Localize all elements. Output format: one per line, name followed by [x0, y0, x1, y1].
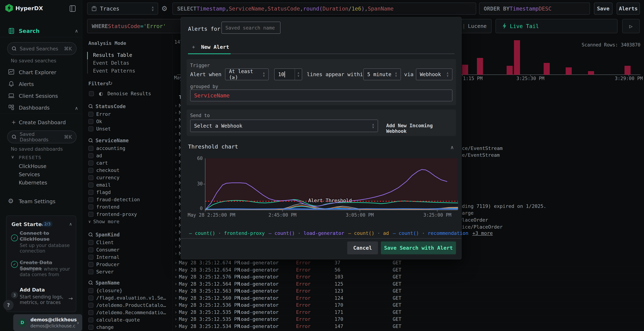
checkbox[interactable] — [88, 153, 94, 158]
row-expand-chevron-icon[interactable]: › — [174, 316, 177, 323]
checkbox[interactable] — [88, 303, 94, 308]
help-button[interactable]: ? — [3, 300, 14, 310]
sidebar-item-search[interactable]: Search — [19, 28, 40, 34]
checkbox[interactable] — [88, 197, 94, 202]
search-collapse-chevron-icon[interactable]: ∧ — [75, 28, 78, 34]
table-row[interactable]: ›May 28 3:25:12.674 PMload-generatorErro… — [172, 259, 644, 266]
checkbox[interactable] — [88, 182, 94, 187]
checkbox[interactable] — [88, 255, 94, 260]
language-lucene[interactable]: Lucene — [468, 23, 487, 29]
filter-option[interactable]: Internal — [88, 253, 172, 261]
save-search-with-alert-button[interactable]: Save Search with Alert — [381, 242, 456, 254]
checkbox[interactable] — [88, 288, 94, 293]
row-expand-chevron-icon[interactable]: › — [174, 194, 177, 201]
row-expand-chevron-icon[interactable]: › — [174, 173, 177, 180]
sidebar-item-alerts[interactable]: Alerts — [19, 81, 34, 87]
checkbox[interactable] — [88, 190, 94, 195]
row-expand-chevron-icon[interactable]: › — [174, 243, 177, 250]
checkbox[interactable] — [88, 240, 94, 245]
row-expand-chevron-icon[interactable]: › — [174, 137, 177, 144]
cancel-button[interactable]: Cancel — [347, 242, 378, 254]
row-expand-chevron-icon[interactable]: › — [174, 159, 177, 165]
row-expand-chevron-icon[interactable]: › — [174, 215, 177, 222]
table-row[interactable]: ›May 28 3:25:12.535 PMload-generatorErro… — [172, 316, 644, 323]
filter-option[interactable]: flagd — [88, 189, 172, 196]
step-title[interactable]: Add Data — [20, 287, 66, 293]
legend-more-button[interactable]: +3 more — [472, 230, 493, 236]
arrow-right-icon[interactable]: → — [68, 295, 73, 302]
filter-option[interactable]: ad — [88, 152, 172, 159]
row-expand-chevron-icon[interactable]: › — [174, 295, 177, 302]
filter-option[interactable]: Server — [88, 268, 172, 275]
row-expand-chevron-icon[interactable]: › — [174, 259, 177, 266]
row-expand-chevron-icon[interactable]: › — [174, 250, 177, 257]
checkbox[interactable] — [88, 247, 94, 252]
checkbox[interactable] — [88, 160, 94, 165]
filter-option[interactable]: frontend — [88, 203, 172, 211]
checkbox[interactable] — [88, 112, 94, 117]
number-spinner[interactable]: ∧∨ — [295, 69, 302, 80]
filter-option[interactable]: fraud-detection — [88, 196, 172, 203]
mode-event-patterns[interactable]: Event Patterns — [93, 68, 135, 74]
get-started-collapse-icon[interactable]: ∧ — [69, 222, 72, 227]
denoise-row[interactable]: ◐ Denoise Results — [89, 91, 151, 96]
row-expand-chevron-icon[interactable]: › — [174, 309, 177, 316]
row-expand-chevron-icon[interactable]: › — [174, 102, 177, 109]
filter-option[interactable]: change — [88, 324, 172, 331]
channel-select[interactable]: Webhook ∧∨ — [416, 68, 452, 80]
row-expand-chevron-icon[interactable]: › — [174, 287, 177, 295]
row-expand-chevron-icon[interactable]: › — [174, 144, 177, 151]
row-expand-chevron-icon[interactable]: › — [174, 281, 177, 288]
legend-item[interactable]: — count() · load-generator — [269, 230, 344, 236]
filter-option[interactable]: Consumer — [88, 246, 172, 253]
checkbox[interactable] — [88, 146, 94, 151]
sidebar-collapse-icon[interactable] — [70, 5, 76, 12]
source-select[interactable]: Traces ∧∨ — [87, 2, 158, 15]
filter-option[interactable]: checkout — [88, 167, 172, 174]
refresh-icon[interactable]: ↻ — [108, 80, 112, 86]
presets-label[interactable]: PRESETS — [19, 155, 42, 160]
saved-dashboards-input[interactable]: Saved Dashboards ⌘K — [7, 130, 76, 143]
row-expand-chevron-icon[interactable]: › — [174, 166, 177, 173]
checkbox[interactable] — [88, 310, 94, 315]
checkbox[interactable] — [88, 318, 94, 323]
row-expand-chevron-icon[interactable]: › — [174, 222, 177, 229]
row-expand-chevron-icon[interactable]: › — [174, 187, 177, 194]
checkbox[interactable] — [88, 325, 94, 330]
presets-chevron-icon[interactable]: ∨ — [11, 154, 14, 159]
preset-link-clickhouse[interactable]: ClickHouse — [19, 163, 46, 169]
filter-option[interactable]: email — [88, 181, 172, 189]
filter-option[interactable]: frontend-proxy — [88, 211, 172, 218]
save-button[interactable]: Save — [594, 2, 612, 15]
row-expand-chevron-icon[interactable]: › — [174, 266, 177, 274]
alerts-button[interactable]: Alerts — [617, 2, 640, 15]
table-row[interactable]: ›May 28 3:25:12.654 PMload-generatorErro… — [172, 266, 644, 274]
sql-select-input[interactable]: SELECT Timestamp,ServiceName,StatusCode,… — [172, 2, 476, 15]
mode-event-deltas[interactable]: Event Deltas — [93, 60, 129, 66]
tab-new-alert[interactable]: + New Alert — [192, 44, 229, 50]
legend-item[interactable]: — count() · recommendation — [393, 230, 468, 236]
row-expand-chevron-icon[interactable]: › — [174, 152, 177, 159]
filter-option[interactable]: /oteldemo.Recommendatio… — [88, 309, 172, 316]
legend-item[interactable]: — count() · ad — [348, 230, 389, 236]
create-dashboard-button[interactable]: Create Dashboard — [19, 119, 66, 125]
row-expand-chevron-icon[interactable]: › — [174, 180, 177, 187]
user-menu[interactable]: D demos@clickhouse.com demos@clickhouse.… — [13, 314, 82, 331]
preset-link-kubernetes[interactable]: Kubernetes — [19, 180, 47, 186]
window-select[interactable]: 5 minute ∧∨ — [363, 68, 401, 80]
query-settings-gear-icon[interactable]: ⚙ — [161, 5, 168, 12]
row-expand-chevron-icon[interactable]: › — [174, 273, 177, 281]
row-expand-chevron-icon[interactable]: › — [174, 123, 177, 130]
grouped-by-input[interactable]: ServiceName — [190, 89, 452, 101]
webhook-select[interactable]: Select a Webhook ∧∨ — [190, 120, 378, 132]
comparator-select[interactable]: At least (≥) ∧∨ — [225, 68, 269, 80]
checkbox[interactable] — [88, 204, 94, 209]
filter-option[interactable]: calculate-quote — [88, 316, 172, 324]
step-title[interactable]: Connect to ClickHouse — [20, 230, 66, 242]
table-row[interactable]: ›May 28 3:25:12.564 PMload-generatorErro… — [172, 281, 644, 288]
checkbox[interactable] — [88, 168, 94, 173]
filter-option[interactable]: Ok — [88, 118, 172, 125]
checkbox[interactable] — [88, 262, 94, 267]
play-button[interactable]: ▷ — [622, 19, 640, 33]
filter-option[interactable]: cart — [88, 159, 172, 167]
